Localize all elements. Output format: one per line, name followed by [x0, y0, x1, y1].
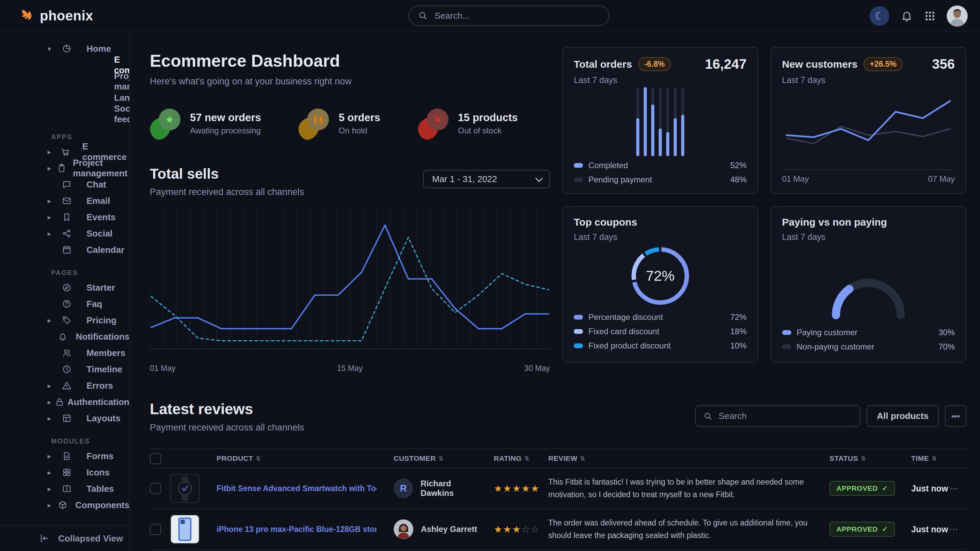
col-product[interactable]: PRODUCT ⇅ [216, 454, 377, 462]
axis-line [782, 170, 955, 170]
paying-legend: Paying customer 30% Non-paying customer … [782, 326, 955, 354]
sidebar-item-timeline[interactable]: Timeline [0, 361, 129, 378]
sort-icon: ⇅ [932, 455, 937, 462]
caret-right-icon: ▸ [48, 414, 62, 422]
row-checkbox[interactable] [150, 483, 161, 494]
calendar-icon [62, 245, 86, 254]
sidebar-item-components[interactable]: ▸Components [0, 497, 129, 513]
sidebar-item-pricing[interactable]: ▸Pricing [0, 312, 129, 329]
sidebar-item-chat[interactable]: Chat [0, 176, 129, 193]
customer-cell: Ashley Garrett [377, 519, 485, 539]
caret-right-icon: ▸ [48, 148, 60, 156]
grid-9-icon[interactable] [924, 10, 936, 22]
warning-icon [62, 381, 86, 391]
sidebar-item-errors[interactable]: ▸Errors [0, 378, 129, 394]
sort-icon: ⇅ [524, 455, 530, 462]
caret-right-icon: ▸ [48, 485, 62, 493]
user-avatar[interactable] [947, 5, 968, 27]
phoenix-logo-icon [19, 8, 34, 24]
search-icon [703, 412, 712, 421]
x-tick: 01 May [150, 364, 175, 373]
sidebar-item-notifications[interactable]: Notifications [0, 329, 129, 345]
review-time: Just now [911, 484, 949, 494]
col-customer[interactable]: CUSTOMER ⇅ [377, 454, 485, 462]
total-sells-chart [150, 208, 550, 359]
reviews-search-input[interactable] [718, 410, 852, 422]
review-time: Just now [911, 524, 949, 534]
sidebar-item-starter[interactable]: Starter [0, 279, 129, 296]
select-all-checkbox[interactable] [150, 453, 161, 464]
x-icon: ✕ [418, 108, 449, 139]
topbar-search-input[interactable] [434, 10, 600, 21]
total-orders-card: Total orders -6.8% 16,247 Last 7 days Co… [562, 47, 758, 194]
col-review[interactable]: REVIEW ⇅ [540, 454, 829, 462]
sidebar-item-tables[interactable]: ▸Tables [0, 481, 129, 497]
bell-icon[interactable] [900, 10, 913, 22]
all-products-button[interactable]: All products [867, 405, 939, 427]
stat-sub: Out of stock [458, 126, 518, 135]
top-coupons-card: Top coupons Last 7 days 72% Percentage d… [562, 206, 758, 363]
review-text: The order was delivered ahead of schedul… [540, 517, 829, 542]
stat-5-orders: ❚❚ 5 orders On hold [298, 108, 380, 139]
sidebar-item-icons[interactable]: ▸Icons [0, 464, 129, 481]
tag-icon [62, 316, 86, 325]
product-link[interactable]: Fitbit Sense Advanced Smartwatch with To… [216, 484, 377, 493]
sidebar-item-members[interactable]: Members [0, 345, 129, 361]
review-text: This Fitbit is fantastic! I was trying t… [540, 476, 829, 501]
question-icon [62, 299, 86, 309]
clock-icon [62, 365, 86, 374]
rating-stars: ★★★★★ [485, 483, 540, 494]
topbar-search[interactable] [409, 5, 609, 26]
row-more-icon[interactable]: ⋯ [949, 483, 966, 494]
caret-right-icon: ▸ [48, 316, 62, 324]
sidebar-subitem-e-commerce[interactable]: E commerce [0, 57, 129, 73]
caret-right-icon: ▸ [48, 164, 57, 172]
sidebar-item-authentication[interactable]: ▸Authentication [0, 394, 129, 410]
total-sells-title: Total sells [150, 166, 304, 182]
total-sells-x-axis: 01 May 15 May 30 May [150, 364, 550, 374]
sidebar-item-social[interactable]: ▸Social [0, 225, 129, 241]
sidebar-item-email[interactable]: ▸Email [0, 193, 129, 209]
sidebar-subitem-project-management[interactable]: Project management [0, 73, 129, 89]
stat-sub: On hold [339, 126, 380, 135]
topbar: phoenix ☾ [0, 0, 980, 32]
sidebar-item-calendar[interactable]: Calendar [0, 241, 129, 258]
card-period: Last 7 days [574, 232, 747, 242]
row-checkbox[interactable] [150, 524, 161, 535]
sidebar-item-forms[interactable]: ▸Forms [0, 448, 129, 464]
card-period: Last 7 days [782, 75, 955, 85]
total-orders-value: 16,247 [705, 57, 746, 72]
card-title: Top coupons [574, 216, 637, 228]
caret-right-icon: ▸ [48, 197, 62, 205]
col-time[interactable]: TIME ⇅ [911, 454, 949, 462]
row-more-icon[interactable]: ⋯ [949, 524, 966, 535]
sidebar-subitem-landing[interactable]: Landing [0, 89, 129, 106]
sort-icon: ⇅ [256, 455, 261, 462]
more-options-button[interactable]: ••• [945, 405, 966, 427]
sidebar-item-project-management[interactable]: ▸Project management [0, 160, 129, 176]
x-tick-start: 01 May [782, 174, 809, 184]
total-orders-legend: Completed 52% Pending payment 48% [574, 158, 747, 187]
sidebar-subitem-social-feed[interactable]: Social feed [0, 106, 129, 122]
legend-swatch [782, 330, 791, 335]
col-status[interactable]: STATUS ⇅ [829, 454, 911, 462]
total-orders-bar-chart [576, 85, 745, 158]
sidebar-item-events[interactable]: ▸Events [0, 209, 129, 225]
x-tick: 15 May [337, 364, 363, 373]
box-icon [58, 500, 75, 510]
reviews-search[interactable] [695, 405, 861, 427]
delta-badge: -6.8% [638, 57, 671, 71]
date-range-select[interactable]: Mar 1 - 31, 2022 [423, 170, 550, 188]
clipboard-icon [57, 164, 73, 173]
theme-toggle-moon-icon[interactable]: ☾ [870, 6, 889, 26]
total-sells-subtitle: Payment received across all channels [150, 187, 304, 197]
brand[interactable]: phoenix [19, 8, 93, 24]
sidebar-item-layouts[interactable]: ▸Layouts [0, 410, 129, 426]
col-rating[interactable]: RATING ⇅ [485, 454, 540, 462]
caret-right-icon: ▸ [48, 382, 62, 390]
sidebar-item-faq[interactable]: Faq [0, 296, 129, 312]
sidebar-item-home[interactable]: ▾Home [0, 41, 129, 57]
sidebar-collapse-button[interactable]: Collapsed View [0, 525, 129, 551]
legend-percentage-discount: Percentage discount 72% [574, 310, 747, 324]
product-link[interactable]: iPhone 13 pro max-Pacific Blue-128GB sto… [216, 525, 377, 534]
